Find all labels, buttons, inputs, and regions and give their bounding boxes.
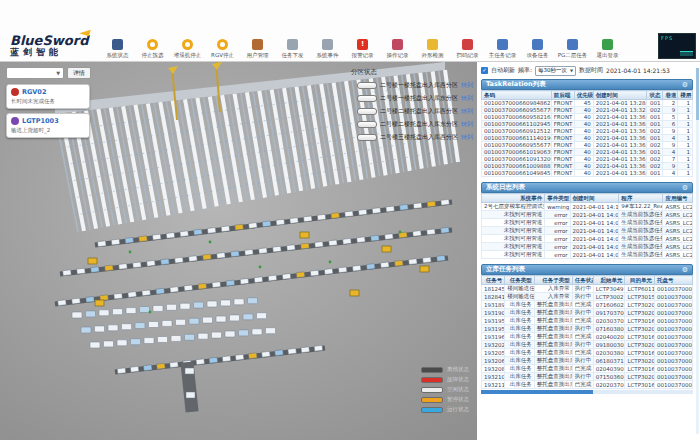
column-header[interactable]: 系统事件 — [482, 194, 545, 203]
table-row[interactable]: 未找到可用管道error2021-04-01 14:04:56生成当前拣选任务信… — [482, 227, 693, 235]
table-row[interactable]: 001003700066111401963FRONT402021-04-01 1… — [482, 135, 693, 142]
cell: 0204039071 — [593, 365, 625, 373]
table-row[interactable]: 001003700066095821627FRONT402021-04-01 1… — [482, 114, 693, 121]
cell: 执行中 — [572, 293, 593, 301]
legend-row: 离线状态 — [421, 366, 469, 373]
column-header[interactable]: 起始单元 — [593, 276, 625, 285]
table-row[interactable]: 001003700066095567767FRONT402021-04-01 1… — [482, 142, 693, 149]
rgv-stop-icon[interactable]: RGV停止 — [205, 39, 240, 59]
vertical-scrollbar[interactable] — [696, 68, 699, 434]
warehouse-3d-viewport[interactable]: ▼ 详情 RGV02 长时间未完成任务 LGTP1003 输送上货超时_2 分区… — [0, 62, 477, 440]
zone-toggle[interactable] — [357, 108, 377, 115]
cell: FRONT — [551, 135, 574, 142]
system-status-icon[interactable]: 系统状态 — [100, 39, 135, 59]
table-row[interactable]: 001003700066100988817FRONT402021-04-01 1… — [482, 163, 693, 170]
column-header[interactable]: 程序 — [619, 194, 663, 203]
zone-toggle[interactable] — [357, 121, 377, 128]
operation-record-icon[interactable]: 操作记录 — [380, 39, 415, 59]
zone-toggle[interactable] — [357, 82, 377, 89]
column-header[interactable]: 目的单元 — [625, 276, 655, 285]
column-header[interactable]: 任务类型 — [505, 276, 535, 285]
table-row[interactable]: 1812454楼间输送任务入库异常执行中LCTP3049LCTP60110010… — [482, 285, 693, 293]
table-row[interactable]: 1932025出库任务整托盘直接出库执行中0918003032LCTP30200… — [482, 341, 693, 349]
column-header[interactable]: 任务状态 — [572, 276, 593, 285]
column-header[interactable]: 应用编号 — [663, 194, 693, 203]
detail-button[interactable]: 详情 — [67, 67, 91, 79]
logout-icon[interactable]: 退出登录 — [590, 39, 625, 59]
table-row[interactable]: 1931956出库任务整托盘直接出库已完成0203037022LCTP30160… — [482, 317, 693, 325]
zone-go-link[interactable]: 转到 — [461, 81, 473, 90]
scrollbar-thumb[interactable] — [696, 68, 699, 120]
table-row[interactable]: 1932050出库任务整托盘直接出库已完成0203038011LCTP30160… — [482, 349, 693, 357]
zone-go-link[interactable]: 转到 — [461, 133, 473, 142]
table-row[interactable]: 1932115出库任务整托盘直接出库已完成0202037041LCTP30160… — [482, 381, 693, 389]
table-row[interactable]: 1828411楼间输送任务入库异常执行中LCTP3002LCTP30150010… — [482, 293, 693, 301]
stop-picking-icon[interactable]: 停止拣选 — [135, 39, 170, 59]
gear-icon[interactable]: ⚙ — [682, 183, 688, 193]
table-row[interactable]: 001003700066095567763FRONT402021-04-01 1… — [482, 107, 693, 114]
system-events-icon[interactable]: 系统事件 — [310, 39, 345, 59]
cell: 1 — [678, 149, 693, 156]
zone-toggle[interactable] — [357, 134, 377, 141]
cell: 整托盘直接出库 — [534, 357, 572, 365]
column-header[interactable]: 优先级 — [574, 91, 593, 100]
column-header[interactable]: 任务号 — [482, 276, 505, 285]
table-row[interactable]: 未找到可用管道error2021-04-01 14:06:57生成当前拣选任务信… — [482, 211, 693, 219]
column-header[interactable]: 巷道 — [663, 91, 678, 100]
table-row[interactable]: 001003700066101906393FRONT402021-04-01 1… — [482, 149, 693, 156]
user-management-icon[interactable]: 用户管理 — [240, 39, 275, 59]
device-alert-card[interactable]: RGV02 长时间未完成任务 — [6, 84, 90, 109]
cell: error — [545, 211, 570, 219]
table-row[interactable]: 未找到可用管道error2021-04-01 14:03:56生成当前拣选任务信… — [482, 235, 693, 243]
fps-stats-panel[interactable]: FPS — [658, 33, 696, 59]
table-row[interactable]: 001003700066110294577FRONT402021-04-01 1… — [482, 121, 693, 128]
cell: 1931905 — [482, 309, 505, 317]
device-alert-card[interactable]: LGTP1003 输送上货超时_2 — [6, 113, 90, 138]
zone-go-link[interactable]: 转到 — [461, 107, 473, 116]
table-row[interactable]: 1932089出库任务整托盘直接出库已完成0204039071LCTP30160… — [482, 365, 693, 373]
column-header[interactable]: 托盘号 — [654, 276, 692, 285]
table-row[interactable]: 1931905出库任务整托盘直接出库执行中0917037061LCTP30200… — [482, 309, 693, 317]
table-row[interactable]: 2号七层穿梭车程控调试失败长度warning2021-04-01 14:12:1… — [482, 203, 693, 211]
profile-detect-icon[interactable]: 外形检测 — [415, 39, 450, 59]
table-row[interactable]: 未找到可用管道error2021-04-01 14:02:56生成当前拣选任务信… — [482, 243, 693, 251]
column-header[interactable]: 楼层 — [678, 91, 693, 100]
task-dispatch-icon[interactable]: 任务下发 — [275, 39, 310, 59]
auto-refresh-checkbox[interactable]: ✓ — [481, 67, 488, 74]
main-task-record-icon[interactable]: 主任务记录 — [485, 39, 520, 59]
table-row[interactable]: 1932067出库任务整托盘直接出库执行中0618037152LCTP30200… — [482, 357, 693, 365]
device-select-dropdown[interactable]: ▼ — [6, 67, 64, 79]
cell: 1932067 — [482, 357, 505, 365]
stacker-stop-icon[interactable]: 堆垛机停止 — [170, 39, 205, 59]
table-row[interactable]: 1931891出库任务整托盘直接出库已完成0716060208LCTP30200… — [482, 301, 693, 309]
device-task-icon[interactable]: 设备任务 — [520, 39, 555, 59]
zone-toggle[interactable] — [357, 95, 377, 102]
gear-icon[interactable]: ⚙ — [682, 80, 688, 90]
table-row[interactable]: 001003700066091251233FRONT402021-04-01 1… — [482, 128, 693, 135]
column-header[interactable]: 条码 — [482, 91, 552, 100]
column-header[interactable]: 前后端 — [551, 91, 574, 100]
table-row[interactable]: 1931960出库任务整托盘直接出库已完成0204002081LCTP30160… — [482, 333, 693, 341]
column-header[interactable]: 创建时间 — [570, 194, 619, 203]
table-row[interactable]: 001003700066109132005FRONT402021-04-01 1… — [482, 156, 693, 163]
table-row[interactable]: 未找到可用管道error2021-04-01 14:05:56生成当前拣选任务信… — [482, 219, 693, 227]
alarm-record-icon[interactable]: ! 报警记录 — [345, 39, 380, 59]
table-row[interactable]: 001003700066104984513FRONT402021-04-01 1… — [482, 170, 693, 177]
table-row[interactable]: 1932101出库任务整托盘直接出库执行中0715036082LCTP30200… — [482, 373, 693, 381]
table-row[interactable]: 001003700066098486219FRONT452021-04-01 1… — [482, 100, 693, 107]
gear-icon[interactable]: ⚙ — [682, 265, 688, 275]
horizontal-scrollbar[interactable] — [481, 390, 693, 394]
frequency-select[interactable]: 每30秒一次 ▼ — [535, 66, 576, 76]
scan-record-icon[interactable]: 扫码记录 — [450, 39, 485, 59]
column-header[interactable]: 事件类型 — [545, 194, 570, 203]
cell: error — [545, 219, 570, 227]
pg-level2-task-icon[interactable]: PG二层任务 — [555, 39, 590, 59]
column-header[interactable]: 创建时间 — [593, 91, 646, 100]
zone-go-link[interactable]: 转到 — [461, 94, 473, 103]
column-header[interactable]: 任务子类型 — [534, 276, 572, 285]
scrollbar-thumb[interactable] — [481, 390, 593, 394]
table-row[interactable]: 1931958出库任务整托盘直接出库执行中0716038042LCTP30200… — [482, 325, 693, 333]
column-header[interactable]: 状态 — [646, 91, 663, 100]
zone-go-link[interactable]: 转到 — [461, 120, 473, 129]
table-row[interactable]: 未找到可用管道error2021-04-01 14:01:56生成当前拣选任务信… — [482, 251, 693, 259]
